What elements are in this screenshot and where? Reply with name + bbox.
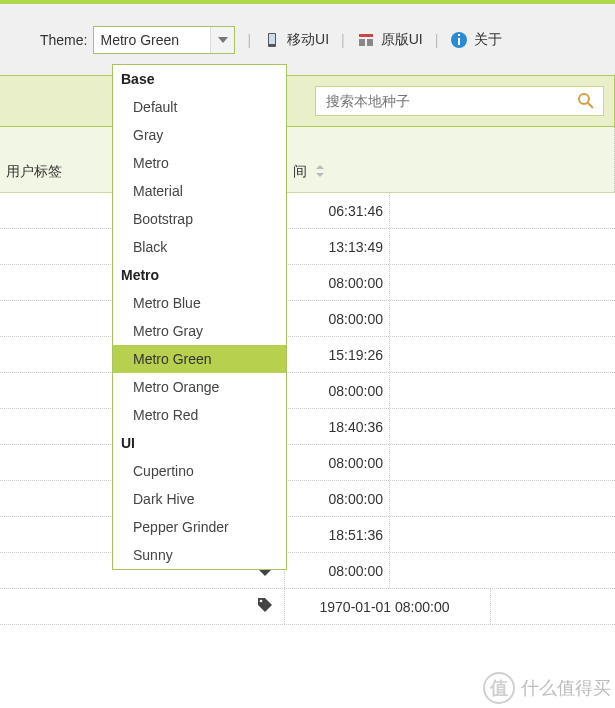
tag-icon [256,596,274,617]
table-row[interactable]: 13:13:49 [0,229,615,265]
table-row[interactable]: 18:51:36 [0,517,615,553]
theme-dropdown[interactable]: BaseDefaultGrayMetroMaterialBootstrapBla… [112,64,287,570]
sort-icon[interactable] [315,164,325,180]
dropdown-option[interactable]: Gray [113,121,286,149]
separator: | [435,32,439,48]
mobile-ui-label: 移动UI [287,31,329,49]
cell-time: 08:00:00 [285,301,390,336]
table-row[interactable]: 18:40:36 [0,409,615,445]
dropdown-option[interactable]: Metro Orange [113,373,286,401]
table-row[interactable]: 08:00:00 [0,481,615,517]
cell-time: 08:00:00 [285,481,390,516]
cell-time: 06:31:46 [285,193,390,228]
search-input[interactable] [324,92,577,110]
svg-line-9 [588,103,593,108]
dropdown-option[interactable]: Default [113,93,286,121]
cell-time: 08:00:00 [285,553,390,588]
cell-label [0,589,285,624]
cell-time: 08:00:00 [285,265,390,300]
table-row[interactable]: 08:00:00 [0,445,615,481]
dropdown-option[interactable]: Metro Gray [113,317,286,345]
dropdown-option[interactable]: Metro Red [113,401,286,429]
about-label: 关于 [474,31,502,49]
svg-rect-6 [458,38,460,45]
mobile-icon [263,31,281,49]
theme-select-value: Metro Green [94,32,210,48]
svg-rect-2 [359,34,373,37]
cell-time: 08:00:00 [285,445,390,480]
table-row[interactable]: 1970-01-01 08:00:00 [0,589,615,625]
dropdown-option[interactable]: Metro Blue [113,289,286,317]
original-ui-label: 原版UI [381,31,423,49]
dropdown-group: Metro [113,261,286,289]
svg-point-8 [579,94,589,104]
about-button[interactable]: 关于 [450,31,502,49]
dropdown-option[interactable]: Cupertino [113,457,286,485]
table-row[interactable]: 08:00:00 [0,373,615,409]
table-row[interactable]: 08:00:00 [0,301,615,337]
original-ui-button[interactable]: 原版UI [357,31,423,49]
cell-time: 1970-01-01 08:00:00 [285,589,491,624]
theme-select[interactable]: Metro Green [93,26,235,54]
watermark: 值 什么值得买 [483,672,611,704]
dropdown-option[interactable]: Pepper Grinder [113,513,286,541]
column-user-label-text: 用户标签 [6,163,62,179]
top-toolbar: Theme: Metro Green | 移动UI | 原版UI | 关于 [0,0,615,75]
search-box[interactable] [315,86,604,116]
info-icon [450,31,468,49]
table-row[interactable]: 08:00:00 [0,553,615,589]
dropdown-option[interactable]: Metro [113,149,286,177]
dropdown-option[interactable]: Sunny [113,541,286,569]
column-time[interactable]: 间 [285,127,615,192]
svg-rect-4 [367,39,373,46]
dropdown-option[interactable]: Bootstrap [113,205,286,233]
dropdown-option[interactable]: Material [113,177,286,205]
svg-rect-7 [458,34,460,36]
svg-rect-3 [359,39,365,46]
search-toolbar [0,75,615,127]
separator: | [247,32,251,48]
cell-time: 13:13:49 [285,229,390,264]
dropdown-group: UI [113,429,286,457]
theme-label: Theme: [40,32,87,48]
mobile-ui-button[interactable]: 移动UI [263,31,329,49]
dropdown-group: Base [113,65,286,93]
svg-point-21 [260,600,263,603]
dropdown-option[interactable]: Metro Green [113,345,286,373]
svg-rect-1 [269,34,275,44]
layout-icon [357,31,375,49]
column-time-text: 间 [293,163,307,179]
watermark-logo: 值 [483,672,515,704]
table-row[interactable]: 15:19:26 [0,337,615,373]
chevron-down-icon[interactable] [210,27,234,53]
cell-time: 18:51:36 [285,517,390,552]
dropdown-option[interactable]: Dark Hive [113,485,286,513]
watermark-text: 什么值得买 [521,676,611,700]
table-body: 06:31:4613:13:4908:00:0008:00:0015:19:26… [0,193,615,625]
cell-time: 15:19:26 [285,337,390,372]
cell-time: 08:00:00 [285,373,390,408]
table-row[interactable]: 08:00:00 [0,265,615,301]
table-header: 用户标签 间 [0,127,615,193]
dropdown-option[interactable]: Black [113,233,286,261]
cell-time: 18:40:36 [285,409,390,444]
search-icon[interactable] [577,92,595,110]
table-row[interactable]: 06:31:46 [0,193,615,229]
separator: | [341,32,345,48]
